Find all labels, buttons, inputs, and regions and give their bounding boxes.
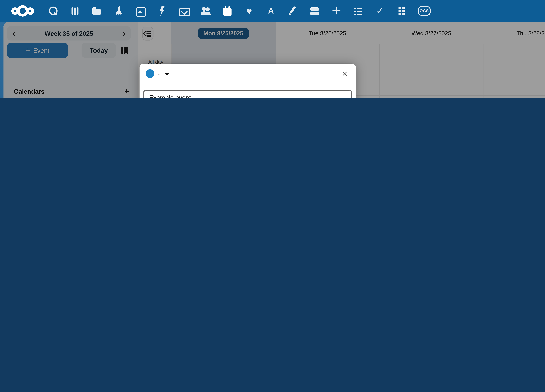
tables-icon[interactable] <box>396 5 408 17</box>
calendar-icon[interactable] <box>222 5 233 17</box>
tasks-icon[interactable] <box>352 5 364 17</box>
calendar-color-dot[interactable] <box>146 69 154 78</box>
activity-bolt-icon[interactable] <box>156 5 168 17</box>
pencil-icon[interactable] <box>287 5 299 17</box>
assistant-star-icon[interactable] <box>330 5 342 17</box>
event-editor-dialog: - × Europe/Berlin From To All day <box>140 64 356 98</box>
nextcloud-logo-icon[interactable] <box>11 5 34 17</box>
dashboard-icon[interactable] <box>69 5 81 17</box>
mail-icon[interactable] <box>178 5 190 17</box>
broom-icon[interactable] <box>112 5 124 17</box>
files-icon[interactable] <box>91 5 102 17</box>
photos-icon[interactable] <box>134 5 146 17</box>
archive-icon[interactable] <box>309 5 321 17</box>
search-icon[interactable] <box>47 5 59 17</box>
ocs-icon[interactable]: OCS <box>418 6 431 16</box>
top-bar: ♥A✓OCS 17 <box>0 0 545 22</box>
contacts-icon[interactable] <box>200 5 211 17</box>
screen: ♥A✓OCS 17 ‹ Week 35 of 2025 › + Event To… <box>0 0 545 98</box>
calendar-picker-caret-icon[interactable] <box>165 73 169 76</box>
calendar-picker[interactable]: - <box>158 71 160 77</box>
notes-icon[interactable]: A <box>265 5 277 17</box>
done-check-icon[interactable]: ✓ <box>374 5 386 17</box>
event-title-input[interactable] <box>143 90 352 98</box>
close-icon[interactable]: × <box>339 68 351 79</box>
health-heart-icon[interactable]: ♥ <box>243 5 255 17</box>
app-icon-strip: ♥A✓OCS <box>47 0 431 22</box>
